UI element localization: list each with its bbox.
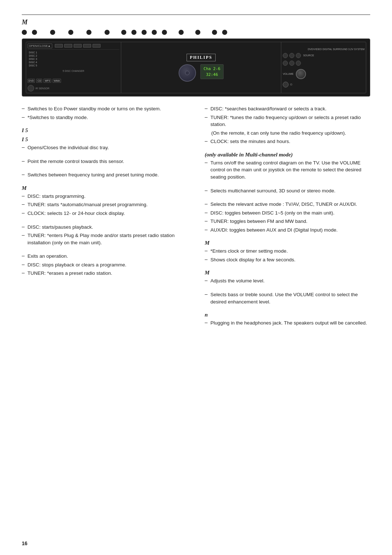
display-line1: Cha 2-6 <box>204 66 220 72</box>
dash: – <box>22 270 25 276</box>
wma-icon: WMA <box>53 79 61 83</box>
dot-2 <box>32 30 37 35</box>
display-line2: 32:46 <box>204 72 220 77</box>
right-heading-2: M <box>205 240 370 246</box>
right-item-5-1: – *Enters clock or timer setting mode. <box>205 248 370 255</box>
left-item-1-1: – Switches to Eco Power standby mode or … <box>22 105 187 113</box>
item-text: Selects bass or treble sound. Use the VO… <box>211 291 370 305</box>
left-group-1: – Switches to Eco Power standby mode or … <box>22 105 187 121</box>
dash: – <box>205 209 208 215</box>
disc-line-2: DISC 2 <box>28 54 119 57</box>
item-text: TUNER: starts *automatic/manual preset p… <box>28 201 148 208</box>
dash: – <box>22 105 25 111</box>
left-item-4-1: – Switches between frequency tuning and … <box>22 171 187 179</box>
sensor-circle <box>28 85 34 91</box>
left-item-6-1: – DISC: starts/pauses playback. <box>22 224 187 231</box>
volume-label: VOLUME <box>283 73 294 75</box>
right-group-7: – Selects bass or treble sound. Use the … <box>205 291 370 305</box>
dot-9 <box>142 30 147 35</box>
right-item-7-1: – Selects bass or treble sound. Use the … <box>205 291 370 305</box>
disc-line-5: DISC 5 <box>28 64 119 67</box>
dash: – <box>205 256 208 262</box>
joystick-center <box>185 71 189 75</box>
left-group-5: – DISC: starts programming. – TUNER: sta… <box>22 193 187 217</box>
item-text: TUNER: toggles between FM and MW band. <box>211 218 307 225</box>
item-text: *Switches to standby mode. <box>28 114 88 121</box>
joystick-knob <box>179 64 196 82</box>
disc-line-3: DISC 3 <box>28 58 119 60</box>
left-item-7-2: – DISC: stops playback or clears a progr… <box>22 261 187 269</box>
device-disc-tray-row: OPEN/CLOSE▲ <box>28 44 119 50</box>
right-item-3-1: – Selects multichannel surround, 3D soun… <box>205 187 370 195</box>
item-text: Opens/Closes the individual disc tray. <box>28 144 109 151</box>
dash: – <box>205 114 208 120</box>
dash: – <box>22 201 25 207</box>
dash: – <box>205 248 208 253</box>
dash: – <box>205 105 208 111</box>
item-text: Selects the relevant active mode : TV/AV… <box>211 201 357 208</box>
volume-row: VOLUME <box>283 69 364 79</box>
dash: – <box>22 114 25 120</box>
headphone-jack-icon <box>283 82 289 87</box>
source-label: SOURCE <box>303 54 314 57</box>
right-item-6-1: – Adjusts the volume level. <box>205 277 370 285</box>
right-group-5: – *Enters clock or timer setting mode. –… <box>205 248 370 263</box>
dash: – <box>205 277 208 283</box>
item-text: AUX/DI: toggles between AUX and DI (Digi… <box>211 227 338 234</box>
item-text: Switches between frequency tuning and pr… <box>28 171 159 179</box>
top-border <box>22 15 370 15</box>
btn-3 <box>296 53 301 58</box>
left-item-1-2: – *Switches to standby mode. <box>22 114 187 121</box>
dot-6 <box>105 30 110 35</box>
item-text: DISC: stops playback or clears a program… <box>28 261 126 269</box>
dot-10 <box>152 30 157 35</box>
dash: – <box>205 319 208 325</box>
left-item-7-1: – Exits an operation. <box>22 253 187 260</box>
dot-14 <box>212 30 217 35</box>
item-text: (On the remote, it can only tune the rad… <box>211 130 346 137</box>
item-text: Shows clock display for a few seconds. <box>211 256 295 264</box>
page-number: 16 <box>22 540 28 546</box>
btn-1 <box>283 53 288 58</box>
right-item-5-2: – Shows clock display for a few seconds. <box>205 256 370 264</box>
dot-15 <box>222 30 227 35</box>
item-text: Selects multichannel surround, 3D sound … <box>211 187 335 195</box>
main-section-heading: M <box>22 19 370 26</box>
dash: – <box>22 232 25 238</box>
dot-1 <box>22 30 27 35</box>
right-item-8-1: – Plugging in the headphones jack. The s… <box>205 319 370 327</box>
right-item-1-1: – DISC: *searches backward/forward or se… <box>205 105 370 113</box>
left-item-5-3: – CLOCK: selects 12- or 24-hour clock di… <box>22 210 187 217</box>
dash: – <box>22 158 25 164</box>
disc-changer-label: 5 DISC CHANGER <box>28 70 119 72</box>
right-item-2-1: – Turns on/off the seating control diagr… <box>205 159 370 181</box>
cd-icon: CD <box>36 79 42 83</box>
right-item-1-2: – TUNER: *tunes the radio frequency up/d… <box>205 114 370 128</box>
dot-8 <box>131 30 136 35</box>
left-item-6-2: – TUNER: *enters Plug & Play mode and/or… <box>22 232 187 246</box>
dash: – <box>22 261 25 267</box>
item-text: Turns on/off the seating control diagram… <box>211 159 370 181</box>
disc-slot-4 <box>83 44 91 48</box>
device-inner: OPEN/CLOSE▲ DISC 1 DISC 2 DISC 3 DISC 4 … <box>26 42 367 93</box>
left-item-5-1: – DISC: starts programming. <box>22 193 187 200</box>
left-group-7: – Exits an operation. – DISC: stops play… <box>22 253 187 277</box>
left-group-2: – Opens/Closes the individual disc tray. <box>22 144 187 151</box>
dash: – <box>22 253 25 258</box>
item-text: Plugging in the headphones jack. The spe… <box>211 319 367 327</box>
left-column: – Switches to Eco Power standby mode or … <box>22 105 187 333</box>
btn-5 <box>289 61 294 66</box>
item-text: TUNER: *enters Plug & Play mode and/or s… <box>28 232 187 246</box>
dash: – <box>205 291 208 297</box>
sensor-row: IR SENSOR <box>28 85 119 91</box>
display-screen: Cha 2-6 32:46 <box>200 64 224 79</box>
item-text: CLOCK: selects 12- or 24-hour clock disp… <box>28 210 125 217</box>
dash: – <box>22 144 25 150</box>
disc-slot-2 <box>64 44 72 48</box>
left-heading-1: I 5 <box>22 127 187 134</box>
format-icons-row: DVD CD MP3 WMA <box>28 79 119 83</box>
right-group-1: – DISC: *searches backward/forward or se… <box>205 105 370 145</box>
left-heading-3: M <box>22 185 187 191</box>
item-text: DISC: *searches backward/forward or sele… <box>211 105 327 113</box>
right-group-3: – Selects multichannel surround, 3D soun… <box>205 187 370 195</box>
